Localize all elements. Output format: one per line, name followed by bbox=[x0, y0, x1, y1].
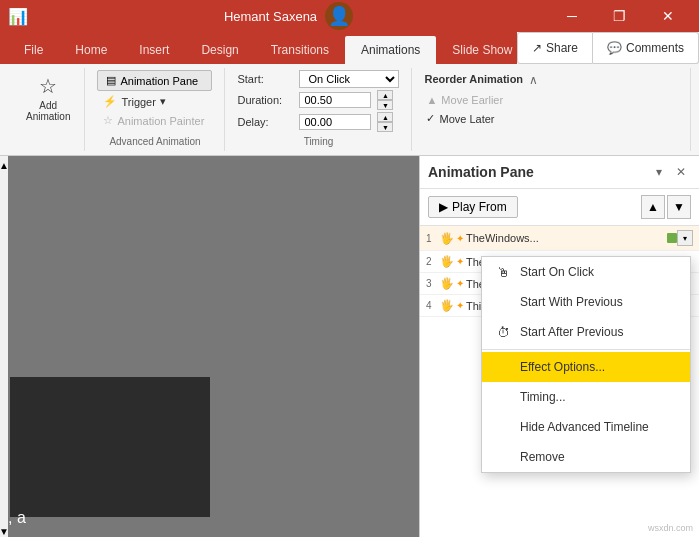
watermark: wsxdn.com bbox=[648, 523, 693, 533]
pane-dropdown-button[interactable]: ▾ bbox=[649, 162, 669, 182]
duration-down[interactable]: ▼ bbox=[377, 100, 393, 110]
reorder-title: Reorder Animation bbox=[424, 73, 523, 85]
delay-input[interactable] bbox=[299, 114, 371, 130]
clock-icon: ⏱ bbox=[494, 323, 512, 341]
timing-start-row: Start: On ClickWith PreviousAfter Previo… bbox=[237, 70, 399, 88]
restore-button[interactable]: ❐ bbox=[597, 0, 643, 32]
app-icon: 📊 bbox=[8, 7, 28, 26]
ctx-timing[interactable]: Timing... bbox=[482, 382, 690, 412]
minimize-button[interactable]: ─ bbox=[549, 0, 595, 32]
slide-text: , a bbox=[8, 509, 26, 527]
ctx-start-after-previous[interactable]: ⏱ Start After Previous bbox=[482, 317, 690, 347]
item-star-icon: ✦ bbox=[456, 233, 464, 244]
ribbon-group-timing: Start: On ClickWith PreviousAfter Previo… bbox=[225, 68, 412, 151]
share-icon: ↗ bbox=[532, 41, 542, 55]
pane-nav-up-button[interactable]: ▲ bbox=[641, 195, 665, 219]
item-indicator bbox=[667, 233, 677, 243]
tab-file[interactable]: File bbox=[8, 36, 59, 64]
move-later-icon: ✓ bbox=[426, 112, 435, 125]
animation-painter-button[interactable]: ☆ Animation Painter bbox=[97, 112, 212, 129]
trigger-button[interactable]: ⚡ Trigger ▾ bbox=[97, 93, 212, 110]
animation-pane-header: Animation Pane ▾ ✕ bbox=[420, 156, 699, 189]
add-animation-label: AddAnimation bbox=[26, 100, 70, 122]
ctx-start-on-click-label: Start On Click bbox=[520, 265, 594, 279]
move-later-button[interactable]: ✓ Move Later bbox=[424, 110, 543, 127]
hide-icon bbox=[494, 418, 512, 436]
tab-animations[interactable]: Animations bbox=[345, 36, 436, 64]
comments-button[interactable]: 💬 Comments bbox=[593, 32, 699, 64]
move-earlier-button[interactable]: ▲ Move Earlier bbox=[424, 92, 543, 108]
delay-down[interactable]: ▼ bbox=[377, 122, 393, 132]
slide-thumbnail bbox=[10, 377, 210, 517]
ctx-remove[interactable]: Remove bbox=[482, 442, 690, 472]
tab-home[interactable]: Home bbox=[59, 36, 123, 64]
move-earlier-label: Move Earlier bbox=[441, 94, 503, 106]
title-bar-center: Hemant Saxena 👤 bbox=[224, 2, 353, 30]
collapse-ribbon-button[interactable]: ∧ bbox=[523, 70, 543, 90]
move-later-label: Move Later bbox=[439, 113, 494, 125]
trigger-chevron: ▾ bbox=[160, 95, 166, 108]
add-animation-content: ☆ AddAnimation bbox=[20, 70, 76, 144]
animation-painter-label: Animation Painter bbox=[117, 115, 204, 127]
item-number: 4 bbox=[426, 300, 440, 311]
scroll-up-button[interactable]: ▲ bbox=[0, 160, 9, 171]
duration-input[interactable] bbox=[299, 92, 371, 108]
item-star-icon: ✦ bbox=[456, 300, 464, 311]
ctx-start-after-previous-label: Start After Previous bbox=[520, 325, 623, 339]
timing-icon bbox=[494, 388, 512, 406]
ctx-effect-options[interactable]: Effect Options... bbox=[482, 352, 690, 382]
trigger-icon: ⚡ bbox=[103, 95, 117, 108]
play-from-button[interactable]: ▶ Play From bbox=[428, 196, 518, 218]
title-bar-left: 📊 bbox=[8, 7, 28, 26]
ctx-hide-advanced[interactable]: Hide Advanced Timeline bbox=[482, 412, 690, 442]
ctx-remove-label: Remove bbox=[520, 450, 565, 464]
scroll-down-button[interactable]: ▼ bbox=[0, 526, 9, 537]
ctx-hide-label: Hide Advanced Timeline bbox=[520, 420, 649, 434]
pane-close-button[interactable]: ✕ bbox=[671, 162, 691, 182]
timing-delay-row: Delay: ▲ ▼ bbox=[237, 112, 399, 132]
ctx-icon-empty bbox=[494, 293, 512, 311]
animation-pane-label: Animation Pane bbox=[120, 75, 198, 87]
list-item[interactable]: 1 🖐 ✦ TheWindows... ▾ bbox=[420, 226, 699, 251]
ribbon: ☆ AddAnimation ▤ Animation Pane ⚡ Trigge… bbox=[0, 64, 699, 156]
painter-icon: ☆ bbox=[103, 114, 113, 127]
item-number: 3 bbox=[426, 278, 440, 289]
slide-panel: ▲ ▼ , a bbox=[0, 156, 419, 537]
timing-duration-row: Duration: ▲ ▼ bbox=[237, 90, 399, 110]
pane-nav-down-button[interactable]: ▼ bbox=[667, 195, 691, 219]
tab-design[interactable]: Design bbox=[185, 36, 254, 64]
ctx-start-with-previous[interactable]: Start With Previous bbox=[482, 287, 690, 317]
ctx-timing-label: Timing... bbox=[520, 390, 566, 404]
trigger-label: Trigger bbox=[121, 96, 155, 108]
tab-transitions[interactable]: Transitions bbox=[255, 36, 345, 64]
tab-insert[interactable]: Insert bbox=[123, 36, 185, 64]
duration-spin: ▲ ▼ bbox=[377, 90, 393, 110]
animation-pane-toolbar: ▶ Play From ▲ ▼ bbox=[420, 189, 699, 226]
play-icon: ▶ bbox=[439, 200, 448, 214]
close-button[interactable]: ✕ bbox=[645, 0, 691, 32]
duration-up[interactable]: ▲ bbox=[377, 90, 393, 100]
start-select[interactable]: On ClickWith PreviousAfter Previous bbox=[299, 70, 399, 88]
context-menu: 🖱 Start On Click Start With Previous ⏱ S… bbox=[481, 256, 691, 473]
share-button[interactable]: ↗ Share bbox=[517, 32, 593, 64]
tab-slideshow[interactable]: Slide Show bbox=[436, 36, 528, 64]
item-hand-icon: 🖐 bbox=[440, 277, 456, 290]
title-bar-controls: ─ ❐ ✕ bbox=[549, 0, 691, 32]
ribbon-group-reorder: Reorder Animation ∧ ▲ Move Earlier ✓ Mov… bbox=[412, 68, 691, 151]
ctx-start-on-click[interactable]: 🖱 Start On Click bbox=[482, 257, 690, 287]
animation-pane-title: Animation Pane bbox=[428, 164, 534, 180]
animation-pane-button[interactable]: ▤ Animation Pane bbox=[97, 70, 212, 91]
pane-nav-buttons: ▲ ▼ bbox=[641, 195, 691, 219]
context-menu-separator bbox=[482, 349, 690, 350]
item-number: 1 bbox=[426, 233, 440, 244]
ctx-effect-options-label: Effect Options... bbox=[520, 360, 605, 374]
delay-up[interactable]: ▲ bbox=[377, 112, 393, 122]
add-animation-button[interactable]: ☆ AddAnimation bbox=[20, 70, 76, 126]
animation-pane-icon: ▤ bbox=[106, 74, 116, 87]
comments-icon: 💬 bbox=[607, 41, 622, 55]
add-animation-icon: ☆ bbox=[39, 74, 57, 98]
item-hand-icon: 🖐 bbox=[440, 299, 456, 312]
advanced-group-label: Advanced Animation bbox=[85, 136, 224, 147]
item-star-icon: ✦ bbox=[456, 278, 464, 289]
item-dropdown-button[interactable]: ▾ bbox=[677, 230, 693, 246]
